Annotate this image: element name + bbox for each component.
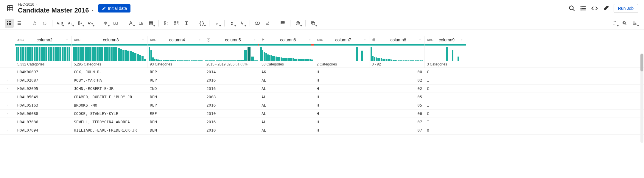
settings-sliders-button[interactable] [630,19,639,28]
grid-view-button[interactable] [5,19,14,28]
cell[interactable]: AL [259,77,314,84]
cell[interactable]: H [314,110,369,117]
cell[interactable]: AL [259,127,314,134]
breadcrumb[interactable]: FEC-2016 › [18,2,95,7]
table-row[interactable]: ·H0AL07094HILLIARD,·EARL·FREDERICK·JRDEM… [0,126,644,135]
append-button[interactable] [263,19,272,28]
table-row[interactable]: ·H0AK00097COX,·JOHN·R.REP2014AKH00C [0,68,644,76]
histogram[interactable] [314,46,369,61]
cell[interactable]: AL [259,118,314,125]
table-row[interactable]: ·H0AL02087ROBY,·MARTHAREP2016ALH02I [0,76,644,85]
target-button[interactable] [293,19,302,28]
column-menu-icon[interactable] [253,38,256,42]
table-row[interactable]: ·H0AL06088COOKE,·STANLEY·KYLEREP2010ALH0… [0,110,644,118]
lines-view-button[interactable] [15,19,24,28]
cell[interactable]: REP [147,110,204,117]
braces-button[interactable]: { } [197,19,206,28]
venn-button[interactable] [253,19,262,28]
cell[interactable]: REP [147,77,204,84]
zoom-fit-button[interactable] [620,19,629,28]
cell[interactable]: H [314,77,369,84]
cell[interactable]: H0AL07086 [15,118,71,125]
search-icon[interactable] [568,5,575,12]
join-button[interactable] [238,19,247,28]
cell[interactable]: 2010 [204,110,259,117]
histogram[interactable] [369,46,424,61]
column-header[interactable]: column6 [259,36,314,44]
column-header[interactable]: ABCcolumn4 [147,36,204,44]
column-header[interactable]: ABCcolumn2 [15,36,71,44]
cell[interactable]: C [424,68,466,75]
table-row[interactable]: ·H0AL02095JOHN,·ROBERT·E·JRIND2016ALH02C [0,85,644,93]
cell[interactable]: H [314,118,369,125]
column-menu-icon[interactable] [363,38,367,42]
cell[interactable]: 00 [369,68,424,75]
initial-data-button[interactable]: Initial data [98,4,130,13]
cell[interactable]: COOKE,·STANLEY·KYLE [71,110,147,117]
cell[interactable]: 2016 [204,85,259,92]
cell[interactable]: 02 [369,85,424,92]
cell[interactable]: 05 [369,93,424,100]
column-menu-icon[interactable] [418,38,422,42]
cell[interactable]: 2016 [204,77,259,84]
cell[interactable]: AL [259,102,314,109]
histogram[interactable] [424,46,466,61]
cell[interactable]: DEM [147,93,204,100]
breadcrumb-project[interactable]: FEC-2016 [18,2,34,7]
histogram[interactable] [71,46,147,61]
cell[interactable]: H0AL05049 [15,93,71,100]
cell[interactable]: 06 [369,110,424,117]
cell[interactable]: AL [259,85,314,92]
filter-button[interactable] [212,19,221,28]
histogram[interactable] [259,46,314,61]
cell[interactable]: SEWELL,·TERRYCINA·ANDREA [71,118,147,125]
column-menu-icon[interactable] [65,38,69,42]
cell[interactable]: REP [147,102,204,109]
cell[interactable]: H0AL02095 [15,85,71,92]
cell[interactable]: 02 [369,77,424,84]
cell[interactable]: ROBY,·MARTHA [71,77,147,84]
cell[interactable]: 2016 [204,118,259,125]
cell[interactable]: 2014 [204,68,259,75]
cell[interactable]: COX,·JOHN·R. [71,68,147,75]
column-header[interactable]: ABCcolumn9 [424,36,466,44]
title-dropdown-icon[interactable] [91,8,95,13]
table-row[interactable]: ·H0AL07086SEWELL,·TERRYCINA·ANDREADEM201… [0,118,644,126]
format-button[interactable]: A½ [86,19,95,28]
code-icon[interactable] [591,5,598,12]
vertical-scrollbar[interactable] [640,54,643,135]
histogram[interactable] [204,46,259,61]
cell[interactable]: H0AL02087 [15,77,71,84]
cell[interactable]: BROOKS,·MO [71,102,147,109]
cell[interactable]: C [424,85,466,92]
column-menu-icon[interactable] [141,38,145,42]
cell[interactable]: H0AL06088 [15,110,71,117]
column-ops-button[interactable] [147,19,155,28]
column-header[interactable]: ABCcolumn7 [314,36,369,44]
cell[interactable] [424,96,466,98]
cell[interactable]: H [314,85,369,92]
cell[interactable]: I [424,102,466,109]
cell[interactable]: HILLIARD,·EARL·FREDERICK·JR [71,127,147,134]
run-job-button[interactable]: Run Job [614,4,638,13]
cell[interactable]: DEM [147,127,204,134]
column-menu-icon[interactable] [308,38,312,42]
move-button[interactable] [76,19,85,28]
column-header[interactable]: ABCcolumn3 [71,36,147,44]
column-header[interactable]: column8 [369,36,424,44]
cell[interactable]: H [314,102,369,109]
cell[interactable]: O [424,127,466,134]
eyedropper-icon[interactable] [602,5,609,12]
histogram[interactable] [15,46,71,61]
cell[interactable]: REP [147,68,204,75]
cell[interactable]: H [314,68,369,75]
table-row[interactable]: ·H0AL05163BROOKS,·MOREP2016ALH05I [0,101,644,110]
cell[interactable]: AK [259,68,314,75]
rename-button[interactable]: A↓B [55,19,64,28]
cell[interactable]: CRAMER,·ROBERT·E·"BUD"·JR [71,93,147,100]
cell[interactable]: 2016 [204,102,259,109]
cell[interactable]: I [424,118,466,125]
cell[interactable]: JOHN,·ROBERT·E·JR [71,85,147,92]
undo-button[interactable] [30,19,39,28]
cell[interactable]: H [314,127,369,134]
